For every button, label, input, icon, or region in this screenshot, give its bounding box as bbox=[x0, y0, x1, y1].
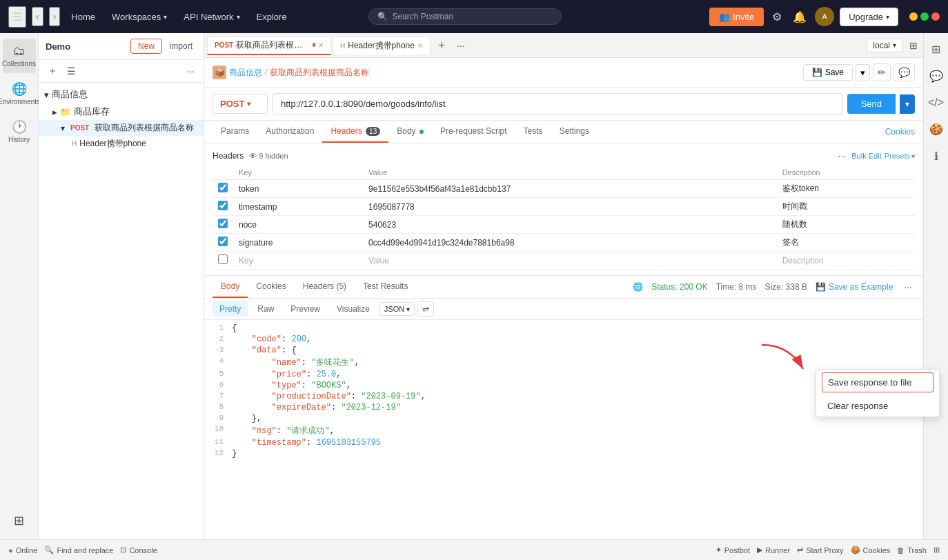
sidebar-item-plugins[interactable]: ⊞ bbox=[3, 508, 36, 534]
online-status[interactable]: ● Online bbox=[8, 546, 37, 554]
resp-tab-cookies[interactable]: Cookies bbox=[248, 276, 294, 298]
breadcrumb-collection[interactable]: 商品信息 bbox=[229, 67, 262, 79]
runner-item[interactable]: ▶ Runner bbox=[757, 546, 790, 554]
cookies-item[interactable]: 🍪 Cookies bbox=[851, 546, 891, 554]
tab-tests[interactable]: Tests bbox=[515, 121, 551, 143]
postbot-item[interactable]: ✦ Postbot bbox=[715, 546, 750, 554]
code-line-4: 4 "name": "多味花生", bbox=[204, 356, 923, 369]
tab-params[interactable]: Params bbox=[213, 121, 257, 143]
url-input[interactable] bbox=[272, 93, 843, 114]
format-raw[interactable]: Raw bbox=[250, 301, 281, 317]
back-button[interactable]: ‹ bbox=[32, 7, 43, 26]
row-checkbox[interactable] bbox=[218, 219, 228, 228]
tab-authorization[interactable]: Authorization bbox=[257, 121, 322, 143]
headers-more-button[interactable]: ··· bbox=[836, 149, 849, 163]
tab-settings[interactable]: Settings bbox=[551, 121, 598, 143]
row-checkbox[interactable] bbox=[218, 237, 228, 246]
format-visualize[interactable]: Visualize bbox=[330, 301, 377, 317]
save-button[interactable]: 💾 Save bbox=[803, 64, 853, 81]
comment-icon-button[interactable]: 💬 bbox=[893, 63, 915, 81]
tab-name: 获取商品列表根据商品名称 bbox=[236, 39, 309, 51]
tab-body[interactable]: Body bbox=[388, 121, 432, 143]
invite-button[interactable]: 👥 Invite bbox=[709, 8, 764, 26]
add-tab-button[interactable]: ＋ bbox=[432, 37, 451, 54]
search-placeholder: Search Postman bbox=[392, 12, 453, 21]
tab-close-button[interactable]: ✕ bbox=[318, 41, 324, 49]
new-button[interactable]: New bbox=[130, 39, 162, 54]
more-options-button[interactable]: ··· bbox=[183, 63, 198, 79]
tab-post-goods[interactable]: POST 获取商品列表根据商品名称 ✕ bbox=[207, 36, 331, 55]
folder-item-inventory[interactable]: ▸ 📁 商品库存 bbox=[39, 103, 204, 120]
trash-item[interactable]: 🗑 Trash bbox=[897, 546, 927, 554]
presets-button[interactable]: Presets ▾ bbox=[885, 152, 915, 160]
more-tabs-button[interactable]: ··· bbox=[453, 39, 469, 52]
row-checkbox[interactable] bbox=[218, 183, 228, 192]
environment-selector[interactable]: local ▾ bbox=[867, 39, 902, 52]
tab-headers[interactable]: Headers 13 bbox=[322, 121, 388, 143]
layout-right-icon[interactable]: ⊞ bbox=[927, 39, 945, 60]
api-network-menu[interactable]: API Network ▾ bbox=[178, 9, 245, 25]
resp-tab-body[interactable]: Body bbox=[213, 276, 248, 298]
import-button[interactable]: Import bbox=[165, 39, 197, 53]
row-checkbox[interactable] bbox=[218, 201, 228, 210]
code-icon[interactable]: </> bbox=[924, 92, 948, 113]
save-dropdown-button[interactable]: ▾ bbox=[856, 64, 870, 81]
settings-icon[interactable]: ⚙ bbox=[769, 8, 784, 26]
request-item-header-phone[interactable]: H Header携带phone bbox=[39, 136, 204, 152]
header-row-empty: Key Value Description bbox=[213, 252, 915, 270]
clear-response-item[interactable]: Clear response bbox=[816, 395, 939, 417]
close-button[interactable] bbox=[931, 12, 940, 21]
menu-icon[interactable]: ☰ bbox=[8, 6, 26, 28]
chat-icon[interactable]: 💬 bbox=[925, 66, 947, 87]
json-format-select[interactable]: JSON ▾ bbox=[379, 302, 415, 316]
history-label: History bbox=[8, 136, 30, 143]
start-proxy-item[interactable]: ⇌ Start Proxy bbox=[797, 546, 843, 554]
search-bar[interactable]: 🔍 Search Postman bbox=[368, 8, 562, 25]
find-replace-item[interactable]: 🔍 Find and replace bbox=[44, 546, 113, 554]
row-checkbox[interactable] bbox=[218, 254, 228, 264]
tab-close-button-2[interactable]: ✕ bbox=[417, 42, 423, 50]
resp-tab-headers[interactable]: Headers (5) bbox=[295, 276, 355, 298]
avatar[interactable]: A bbox=[815, 7, 834, 26]
response-more-button[interactable]: ··· bbox=[901, 280, 915, 294]
format-pretty[interactable]: Pretty bbox=[213, 301, 248, 317]
cookies-link[interactable]: Cookies bbox=[885, 127, 915, 137]
request-item-get-goods[interactable]: ▾ POST 获取商品列表根据商品名称 bbox=[39, 120, 204, 136]
collection-item-goods[interactable]: ▾ 商品信息 bbox=[39, 86, 204, 103]
response-tabs-bar: Body Cookies Headers (5) Test Results 🌐 … bbox=[204, 276, 923, 299]
workspaces-menu[interactable]: Workspaces ▾ bbox=[106, 9, 172, 25]
method-select[interactable]: POST ▾ bbox=[213, 94, 268, 114]
filter-button[interactable]: ☰ bbox=[63, 63, 79, 79]
explore-link[interactable]: Explore bbox=[251, 9, 293, 25]
hidden-badge[interactable]: 👁 9 hidden bbox=[249, 152, 288, 160]
format-preview[interactable]: Preview bbox=[284, 301, 327, 317]
send-dropdown-button[interactable]: ▾ bbox=[900, 94, 915, 114]
add-collection-button[interactable]: ＋ bbox=[44, 63, 61, 79]
upgrade-button[interactable]: Upgrade ▾ bbox=[840, 8, 898, 26]
plugins-icon: ⊞ bbox=[14, 513, 24, 528]
tab-header-phone[interactable]: H Header携带phone ✕ bbox=[333, 37, 431, 54]
wrap-lines-button[interactable]: ⇌ bbox=[417, 301, 434, 317]
minimize-button[interactable] bbox=[909, 12, 918, 21]
grid-item[interactable]: ⊞ bbox=[934, 546, 940, 554]
resp-tab-test-results[interactable]: Test Results bbox=[355, 276, 416, 298]
edit-icon-button[interactable]: ✏ bbox=[873, 63, 891, 81]
maximize-button[interactable] bbox=[920, 12, 929, 21]
header-row-timestamp: timestamp 1695087778 时间戳 bbox=[213, 198, 915, 216]
home-link[interactable]: Home bbox=[66, 9, 101, 25]
sidebar-item-history[interactable]: 🕐 History bbox=[3, 114, 36, 149]
save-as-example-button[interactable]: 💾 Save as Example bbox=[816, 282, 893, 292]
save-response-to-file-item[interactable]: Save response to file bbox=[822, 372, 934, 392]
layout-icon[interactable]: ⊞ bbox=[907, 37, 920, 54]
info-icon[interactable]: ℹ bbox=[930, 146, 942, 167]
notification-icon[interactable]: 🔔 bbox=[790, 8, 809, 26]
cookie-icon[interactable]: 🍪 bbox=[925, 119, 947, 140]
console-item[interactable]: ⊡ Console bbox=[120, 546, 157, 554]
tab-pre-request[interactable]: Pre-request Script bbox=[432, 121, 515, 143]
forward-button[interactable]: › bbox=[49, 7, 61, 26]
send-button[interactable]: Send bbox=[847, 94, 896, 114]
sidebar-item-environments[interactable]: 🌐 Environments bbox=[3, 76, 36, 111]
bulk-edit-button[interactable]: Bulk Edit bbox=[851, 152, 881, 160]
sidebar-item-collections[interactable]: 🗂 Collections bbox=[3, 39, 36, 73]
request-actions: 💾 Save ▾ ✏ 💬 bbox=[803, 63, 915, 81]
